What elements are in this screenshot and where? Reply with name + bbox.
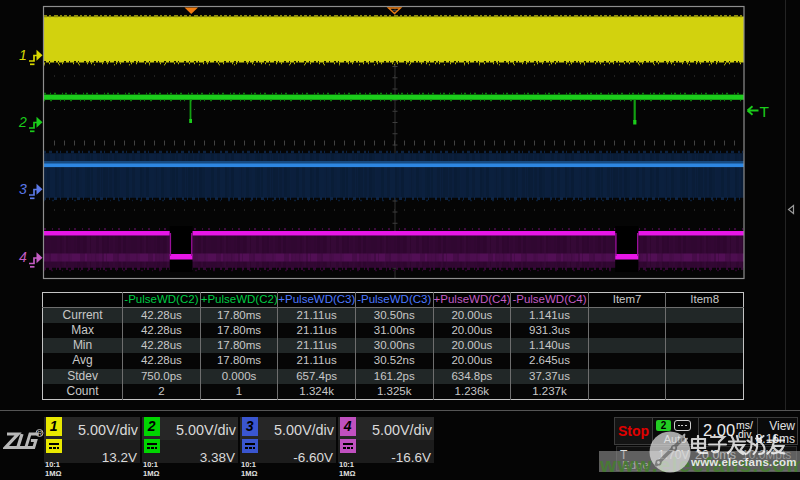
svg-text:4: 4 [19, 249, 27, 265]
svg-text:R: R [37, 429, 42, 438]
svg-text:3: 3 [19, 181, 27, 197]
svg-text:2: 2 [18, 114, 27, 130]
svg-text:T: T [760, 103, 770, 120]
svg-text:1: 1 [19, 47, 27, 63]
